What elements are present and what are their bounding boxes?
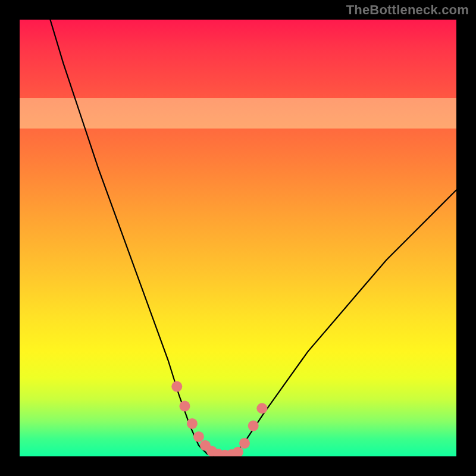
highlight-markers [171,381,267,456]
highlight-dot [187,418,198,429]
chart-svg [20,20,456,456]
plot-area [20,20,456,456]
highlight-dot [179,401,190,412]
highlight-dot [256,403,267,414]
highlight-dot [233,447,243,456]
highlight-dot [248,421,259,431]
curve-left [50,20,216,456]
highlight-dot [171,381,182,392]
watermark-text: TheBottleneck.com [346,2,469,18]
highlight-dot [239,438,250,449]
highlight-dot [193,431,204,442]
curve-right [234,190,456,456]
chart-stage: TheBottleneck.com [0,0,476,476]
